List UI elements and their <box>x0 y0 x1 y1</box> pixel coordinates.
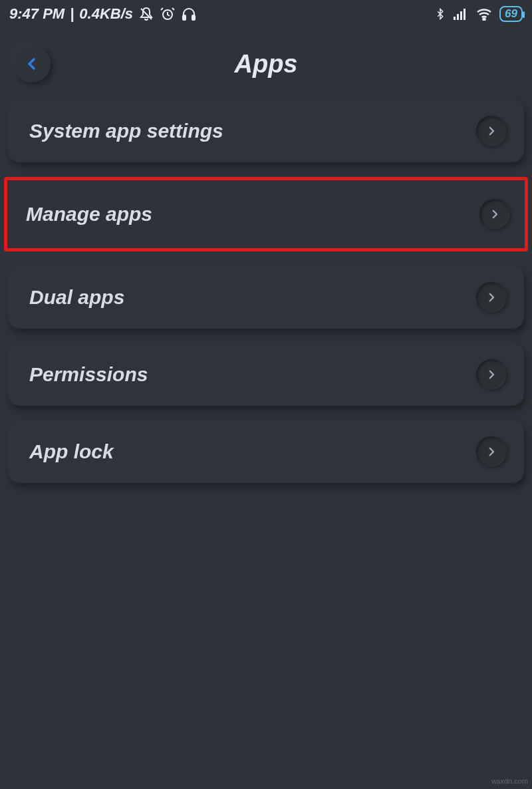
chevron-right-icon <box>476 359 507 390</box>
status-separator: | <box>70 5 74 23</box>
list-item-label: Manage apps <box>26 203 152 226</box>
list-item-label: Dual apps <box>29 286 124 309</box>
back-button[interactable] <box>13 45 51 82</box>
chevron-left-icon <box>24 56 40 72</box>
svg-rect-3 <box>192 15 195 20</box>
battery-percentage: 69 <box>505 7 517 21</box>
list-item-dual-apps[interactable]: Dual apps <box>8 266 524 329</box>
settings-list: System app settings Manage apps Dual app… <box>0 100 532 483</box>
chevron-right-icon <box>476 116 507 146</box>
svg-rect-2 <box>183 15 186 20</box>
svg-rect-4 <box>454 17 456 20</box>
svg-rect-7 <box>464 9 466 20</box>
svg-rect-6 <box>460 11 462 20</box>
page-header: Apps <box>0 25 532 100</box>
chevron-right-icon <box>476 436 507 467</box>
signal-icon <box>453 7 469 21</box>
list-item-system-app-settings[interactable]: System app settings <box>8 100 524 162</box>
status-net-speed: 0.4KB/s <box>79 5 133 23</box>
list-item-manage-apps[interactable]: Manage apps <box>4 177 528 251</box>
svg-point-8 <box>483 19 485 21</box>
list-item-permissions[interactable]: Permissions <box>8 343 524 406</box>
alarm-icon <box>160 6 176 22</box>
svg-rect-5 <box>457 14 459 20</box>
status-bar: 9:47 PM | 0.4KB/s <box>0 0 532 25</box>
page-title: Apps <box>235 50 298 79</box>
battery-indicator: 69 <box>499 6 523 22</box>
list-item-label: Permissions <box>29 363 148 386</box>
list-item-app-lock[interactable]: App lock <box>8 420 524 483</box>
chevron-right-icon <box>476 282 507 313</box>
watermark: wsxdn.com <box>491 777 528 785</box>
status-bar-left: 9:47 PM | 0.4KB/s <box>9 5 197 23</box>
status-bar-right: 69 <box>434 6 523 22</box>
wifi-icon <box>475 7 493 21</box>
chevron-right-icon <box>479 199 510 230</box>
list-item-label: System app settings <box>29 120 223 142</box>
status-time: 9:47 PM <box>9 5 65 23</box>
list-item-label: App lock <box>29 440 114 463</box>
headphones-icon <box>181 6 197 22</box>
dnd-icon <box>138 6 154 22</box>
bluetooth-icon <box>434 6 446 22</box>
